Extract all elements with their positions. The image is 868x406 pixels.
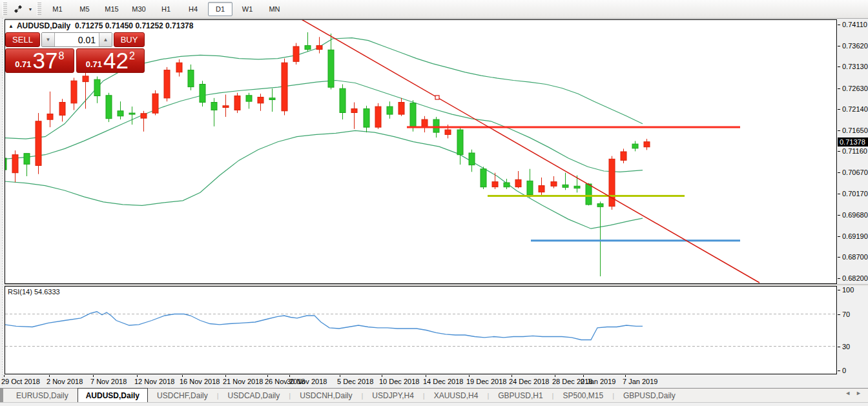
symbol-tab-bar: EURUSD,DailyAUDUSD,DailyUSDCHF,Daily|USD…	[0, 388, 868, 402]
sell-button[interactable]: SELL	[5, 32, 40, 47]
price-tick-label: 0.71650	[842, 127, 868, 134]
symbol-tab-XAUUSD-H4[interactable]: XAUUSD,H4	[425, 389, 488, 402]
date-tick	[289, 375, 290, 377]
date-tick	[49, 375, 50, 377]
date-tick	[555, 375, 555, 377]
date-tick	[4, 375, 5, 377]
rsi-tick	[838, 290, 840, 290]
date-tick	[267, 375, 268, 377]
timeframe-button-H4[interactable]: H4	[181, 2, 205, 16]
chart-tools-icon[interactable]	[10, 2, 26, 16]
buy-price-tile[interactable]: 0.71 42 2	[76, 48, 145, 73]
candle	[269, 88, 275, 112]
price-tick-label: 0.72140	[842, 105, 868, 113]
date-tick	[340, 375, 340, 377]
candle	[398, 98, 404, 116]
trendline-anchor-marker[interactable]	[435, 96, 439, 99]
timeframe-toolbar: ▼ M1M5M15M30H1H4D1W1MN	[0, 0, 868, 19]
toolbar-grip[interactable]	[3, 3, 7, 15]
chart-ohlc-values: 0.71275 0.71450 0.71252 0.71378	[75, 21, 194, 30]
date-tick-label: 19 Dec 2018	[466, 378, 506, 385]
buy-button[interactable]: BUY	[114, 32, 145, 47]
volume-input[interactable]	[55, 33, 99, 46]
symbol-tab-SP500-M15[interactable]: SP500,M15	[553, 389, 612, 402]
date-tick-label: 12 Nov 2018	[134, 378, 174, 385]
date-tick	[583, 375, 584, 377]
price-tick	[838, 88, 840, 89]
collapse-triangle-icon[interactable]: ▲	[8, 23, 14, 29]
candle	[457, 128, 463, 165]
tab-bar-grip	[0, 389, 3, 402]
price-tick	[838, 215, 840, 216]
timeframe-button-M15[interactable]: M15	[99, 2, 124, 16]
date-tick	[182, 375, 183, 377]
tabs-scroll-left-icon[interactable]: ◄	[845, 390, 851, 396]
chart-tools-dropdown-caret[interactable]: ▼	[26, 7, 34, 12]
candle	[59, 99, 65, 121]
date-axis[interactable]: 29 Oct 20182 Nov 20187 Nov 201812 Nov 20…	[5, 375, 868, 387]
timeframe-button-W1[interactable]: W1	[235, 2, 260, 16]
candle	[644, 139, 650, 150]
rsi-tick	[838, 314, 840, 315]
candle	[364, 106, 369, 132]
candle	[527, 169, 533, 198]
rsi-tick	[838, 370, 840, 371]
symbol-tab-USDCHF-Daily[interactable]: USDCHF,Daily	[148, 389, 217, 402]
candle	[71, 78, 77, 110]
symbol-tab-GBPUSD-H1[interactable]: GBPUSD,H1	[489, 389, 552, 402]
candle	[621, 148, 626, 163]
price-tick-label: 0.72630	[842, 85, 868, 92]
volume-stepper: ▼ ▲	[41, 32, 112, 47]
price-tick	[838, 109, 840, 110]
candle	[515, 171, 521, 188]
sell-price-tile[interactable]: 0.71 37 8	[5, 48, 74, 73]
rsi-tick	[838, 347, 840, 347]
date-tick	[625, 375, 626, 377]
rsi-axis[interactable]: 10070300	[838, 286, 868, 374]
symbol-tab-AUDUSD-Daily[interactable]: AUDUSD,Daily	[78, 388, 148, 402]
symbol-tab-USDCAD-Daily[interactable]: USDCAD,Daily	[219, 389, 289, 402]
rsi-tick-label: 70	[842, 310, 850, 318]
candle	[340, 85, 346, 120]
volume-decrease-button[interactable]: ▼	[42, 33, 55, 46]
candle	[24, 154, 30, 176]
candle	[539, 178, 544, 196]
price-tick-label: 0.73620	[842, 42, 868, 50]
symbol-tab-EURUSD-Daily[interactable]: EURUSD,Daily	[7, 389, 78, 402]
rsi-tick-label: 30	[842, 343, 850, 350]
candle	[597, 201, 603, 276]
candle	[305, 32, 311, 52]
toolbar-grip-2[interactable]	[37, 3, 41, 15]
price-tick	[838, 257, 840, 258]
price-tick	[838, 172, 840, 173]
symbol-tab-USDCNH-Daily[interactable]: USDCNH,Daily	[291, 389, 361, 402]
symbol-tab-GBPUSD-Daily[interactable]: GBPUSD,Daily	[614, 389, 685, 402]
timeframe-button-MN[interactable]: MN	[262, 2, 287, 16]
tabs-scroll-right-icon[interactable]: ►	[856, 390, 862, 396]
candle	[563, 173, 568, 190]
timeframe-button-D1[interactable]: D1	[208, 2, 232, 16]
sell-price-big: 37	[32, 51, 57, 70]
price-axis[interactable]: 0.71378 0.741100.736200.731300.726300.72…	[838, 19, 868, 284]
chart-symbol-label: AUDUSD,Daily	[17, 21, 70, 30]
rsi-indicator-canvas[interactable]	[5, 286, 838, 374]
chart-title: ▲AUDUSD,Daily 0.71275 0.71450 0.71252 0.…	[8, 21, 193, 30]
symbol-tab-USDJPY-H4[interactable]: USDJPY,H4	[363, 389, 422, 402]
candle	[328, 34, 334, 90]
descending-trendline[interactable]	[300, 19, 760, 283]
rsi-pane-border	[5, 287, 837, 374]
timeframe-button-H1[interactable]: H1	[154, 2, 178, 16]
candle	[632, 141, 638, 151]
date-tick	[512, 375, 512, 377]
candle	[480, 167, 486, 189]
volume-increase-button[interactable]: ▲	[99, 33, 112, 46]
candle	[12, 150, 18, 182]
candle	[551, 176, 557, 188]
timeframe-button-M5[interactable]: M5	[72, 2, 97, 16]
date-tick-label: 24 Dec 2018	[509, 378, 549, 385]
price-tick	[838, 25, 840, 25]
timeframe-button-M1[interactable]: M1	[45, 2, 70, 16]
trading-terminal: ▼ M1M5M15M30H1H4D1W1MN ▲AUDUSD,Daily 0.7…	[0, 0, 868, 406]
timeframe-button-M30[interactable]: M30	[127, 2, 151, 16]
date-tick	[469, 375, 470, 377]
